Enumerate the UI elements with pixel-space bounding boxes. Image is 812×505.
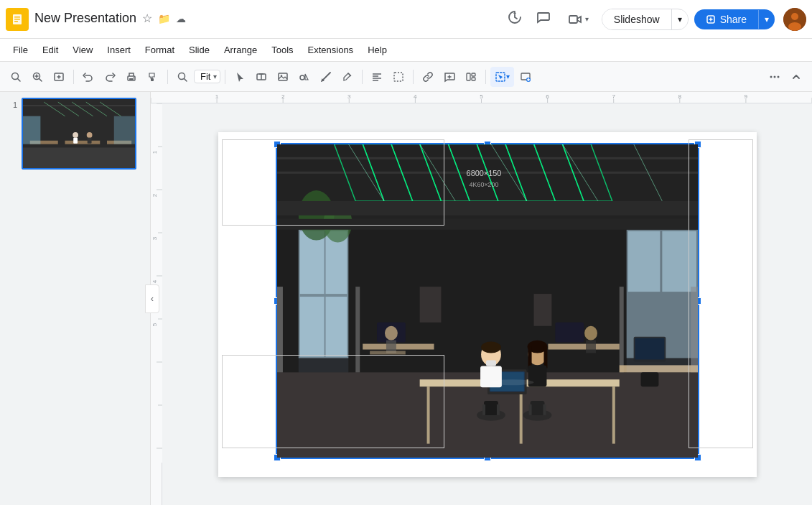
svg-rect-20 — [129, 78, 134, 80]
svg-text:2: 2 — [281, 93, 285, 100]
svg-rect-165 — [586, 340, 596, 353]
menu-edit[interactable]: Edit — [35, 42, 65, 58]
doc-title[interactable]: New Presentation — [34, 11, 136, 26]
zoom-in-button[interactable] — [27, 67, 47, 87]
svg-rect-160 — [543, 346, 547, 368]
collapse-panel-button[interactable]: ‹ — [145, 284, 159, 313]
menu-format[interactable]: Format — [138, 42, 182, 58]
svg-rect-142 — [363, 343, 434, 349]
svg-text:5: 5 — [151, 323, 158, 326]
svg-text:3: 3 — [151, 236, 158, 240]
share-button[interactable]: Share — [694, 9, 758, 29]
slide-panel: 1 — [0, 92, 151, 505]
slide-thumbnail-1[interactable] — [22, 98, 136, 170]
canvas-scroll[interactable]: 6800×150 4K60×200 — [162, 103, 812, 505]
selection-button[interactable]: ▾ — [490, 67, 514, 87]
svg-rect-143 — [548, 343, 619, 349]
menu-bar: File Edit View Insert Format Slide Arran… — [0, 39, 812, 62]
redo-button[interactable] — [100, 67, 120, 87]
svg-point-154 — [481, 341, 501, 353]
slide-textbox-right[interactable] — [689, 139, 753, 448]
menu-arrange[interactable]: Arrange — [217, 42, 264, 58]
hide-toolbar-button[interactable] — [786, 67, 806, 87]
svg-rect-183 — [626, 229, 697, 372]
cloud-icon[interactable]: ☁ — [176, 13, 186, 24]
app-icon — [6, 8, 29, 31]
canvas-area: 1 2 3 4 5 6 7 8 9 — [151, 92, 812, 505]
menu-file[interactable]: File — [6, 42, 35, 58]
slide-item-1[interactable]: 1 — [6, 98, 144, 170]
border-button[interactable] — [388, 67, 409, 87]
menu-slide[interactable]: Slide — [182, 42, 217, 58]
image-button[interactable] — [273, 67, 293, 87]
comment-button[interactable] — [532, 6, 555, 32]
align-left-button[interactable] — [367, 67, 387, 87]
toolbar: Fit ▾ ▾ — [0, 62, 812, 92]
search-toolbar-button[interactable] — [6, 67, 26, 87]
comment-add-button[interactable] — [439, 67, 459, 87]
more-options-button[interactable] — [765, 67, 785, 87]
text-button[interactable] — [251, 67, 271, 87]
svg-point-162 — [384, 325, 397, 340]
zoom-button[interactable] — [172, 67, 192, 87]
history-button[interactable] — [503, 6, 526, 32]
undo-button[interactable] — [78, 67, 98, 87]
zoom-value: Fit — [197, 71, 213, 82]
title-bar: New Presentation ☆ 📁 ☁ ▾ Slideshow ▾ Sha… — [0, 0, 812, 39]
menu-tools[interactable]: Tools — [264, 42, 300, 58]
line-button[interactable] — [316, 67, 336, 87]
svg-text:3: 3 — [347, 93, 351, 100]
toolbar-separator-1 — [73, 70, 74, 84]
svg-point-21 — [133, 77, 134, 78]
canvas-with-ruler: 1 2 3 4 5 — [151, 103, 812, 505]
shapes-button[interactable] — [294, 67, 314, 87]
background-remove-button[interactable] — [515, 67, 536, 87]
share-dropdown-button[interactable]: ▾ — [758, 10, 775, 29]
slide-options-button[interactable] — [461, 67, 481, 87]
slideshow-dropdown-button[interactable]: ▾ — [672, 10, 688, 29]
svg-rect-177 — [640, 372, 658, 386]
share-group: Share ▾ — [694, 9, 775, 29]
svg-rect-180 — [533, 294, 551, 326]
menu-view[interactable]: View — [65, 42, 100, 58]
svg-rect-179 — [419, 287, 441, 323]
zoom-group: Fit ▾ — [194, 70, 220, 83]
link-button[interactable] — [418, 67, 438, 87]
svg-text:6: 6 — [546, 93, 549, 100]
svg-rect-169 — [496, 404, 499, 415]
svg-point-8 — [791, 13, 798, 20]
svg-rect-68 — [88, 138, 92, 144]
new-slide-button[interactable] — [49, 67, 69, 87]
slide-textbox-bottom[interactable] — [222, 355, 444, 448]
zoom-dropdown-icon: ▾ — [213, 73, 217, 80]
slideshow-group: Slideshow ▾ — [602, 9, 689, 30]
svg-rect-22 — [151, 78, 154, 81]
cursor-button[interactable] — [230, 67, 250, 87]
svg-line-11 — [18, 78, 21, 81]
meet-arrow: ▾ — [585, 15, 589, 23]
paint-format-button[interactable] — [143, 67, 163, 87]
star-icon[interactable]: ☆ — [142, 11, 152, 25]
menu-help[interactable]: Help — [360, 42, 394, 58]
svg-rect-159 — [528, 346, 531, 368]
svg-text:4K60×200: 4K60×200 — [469, 181, 498, 188]
folder-icon[interactable]: 📁 — [158, 13, 170, 24]
svg-rect-66 — [73, 138, 78, 144]
slide-number-1: 1 — [6, 98, 17, 109]
menu-extensions[interactable]: Extensions — [301, 42, 361, 58]
svg-text:9: 9 — [745, 93, 748, 100]
print-button[interactable] — [121, 67, 141, 87]
svg-rect-41 — [467, 73, 470, 80]
ruler-horizontal: 1 2 3 4 5 6 7 8 9 — [151, 92, 812, 103]
menu-insert[interactable]: Insert — [100, 42, 138, 58]
slideshow-button[interactable]: Slideshow — [602, 9, 671, 29]
meet-button[interactable]: ▾ — [561, 8, 596, 31]
svg-rect-28 — [279, 73, 287, 80]
svg-rect-182 — [298, 229, 348, 372]
slide-textbox-top[interactable] — [222, 139, 444, 226]
svg-rect-3 — [14, 19, 20, 20]
svg-point-65 — [73, 132, 78, 138]
header-actions: ▾ Slideshow ▾ Share ▾ — [503, 6, 806, 32]
pen-button[interactable] — [337, 67, 358, 87]
avatar[interactable] — [783, 8, 806, 31]
